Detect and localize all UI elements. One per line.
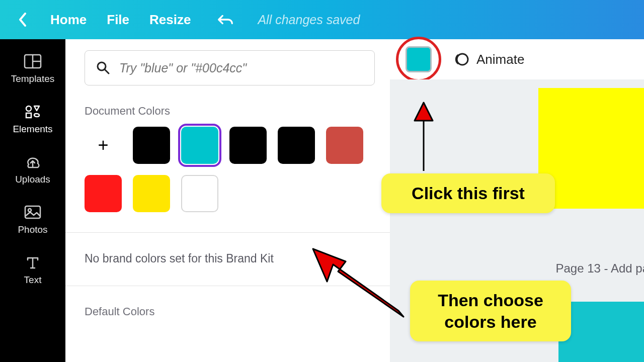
swatch-black-2[interactable] bbox=[229, 127, 267, 164]
animate-label: Animate bbox=[476, 52, 524, 67]
sidebar-item-uploads[interactable]: Uploads bbox=[0, 154, 65, 185]
color-search-field[interactable] bbox=[85, 50, 375, 85]
animate-button[interactable]: Animate bbox=[452, 51, 524, 68]
swatch-white[interactable] bbox=[181, 175, 218, 212]
file-menu[interactable]: File bbox=[107, 12, 129, 28]
templates-label: Templates bbox=[11, 73, 55, 84]
sidebar-item-text[interactable]: Text bbox=[0, 254, 65, 286]
document-swatch-row: + bbox=[85, 127, 375, 212]
elements-label: Elements bbox=[13, 124, 52, 135]
swatch-teal[interactable] bbox=[181, 127, 218, 164]
annotation-circle bbox=[396, 37, 441, 82]
svg-rect-5 bbox=[25, 206, 40, 218]
annotation-arrow-2 bbox=[308, 246, 409, 322]
context-toolbar: Animate bbox=[390, 39, 644, 79]
annotation-callout-1: Click this first bbox=[381, 173, 555, 213]
left-sidebar: Templates Elements Uploads Photos Text bbox=[0, 39, 65, 362]
annotation-arrow-1 bbox=[409, 101, 439, 171]
page-label[interactable]: Page 13 - Add pa bbox=[556, 261, 644, 276]
divider bbox=[65, 232, 390, 233]
search-icon bbox=[96, 61, 110, 75]
home-menu[interactable]: Home bbox=[50, 12, 87, 28]
svg-line-8 bbox=[105, 69, 109, 73]
swatch-black-3[interactable] bbox=[278, 127, 315, 164]
swatch-darkred[interactable] bbox=[326, 127, 363, 164]
top-menu-bar: Home File Resize All changes saved bbox=[0, 0, 644, 39]
templates-icon bbox=[23, 53, 42, 69]
text-label: Text bbox=[24, 275, 42, 286]
svg-point-3 bbox=[26, 106, 31, 111]
elements-icon bbox=[23, 104, 42, 120]
uploads-icon bbox=[23, 154, 42, 170]
animate-icon bbox=[452, 51, 469, 68]
save-status: All changes saved bbox=[258, 13, 360, 27]
svg-rect-4 bbox=[26, 113, 31, 118]
photos-label: Photos bbox=[18, 224, 47, 235]
text-icon bbox=[23, 254, 42, 270]
swatch-red[interactable] bbox=[85, 175, 122, 212]
document-colors-heading: Document Colors bbox=[85, 105, 375, 118]
swatch-black-1[interactable] bbox=[133, 127, 170, 164]
teal-element[interactable] bbox=[558, 302, 644, 362]
back-button[interactable] bbox=[15, 12, 30, 27]
color-search-input[interactable] bbox=[119, 61, 363, 75]
add-color-swatch[interactable]: + bbox=[85, 127, 122, 164]
sidebar-item-templates[interactable]: Templates bbox=[0, 53, 65, 84]
uploads-label: Uploads bbox=[15, 174, 50, 185]
sidebar-item-photos[interactable]: Photos bbox=[0, 204, 65, 235]
resize-menu[interactable]: Resize bbox=[149, 12, 191, 28]
svg-point-6 bbox=[28, 209, 31, 212]
swatch-yellow[interactable] bbox=[133, 175, 170, 212]
color-picker-highlight bbox=[400, 41, 437, 78]
photos-icon bbox=[23, 204, 42, 220]
undo-button[interactable] bbox=[216, 13, 235, 27]
annotation-callout-2: Then choose colors here bbox=[410, 281, 571, 341]
sidebar-item-elements[interactable]: Elements bbox=[0, 104, 65, 135]
